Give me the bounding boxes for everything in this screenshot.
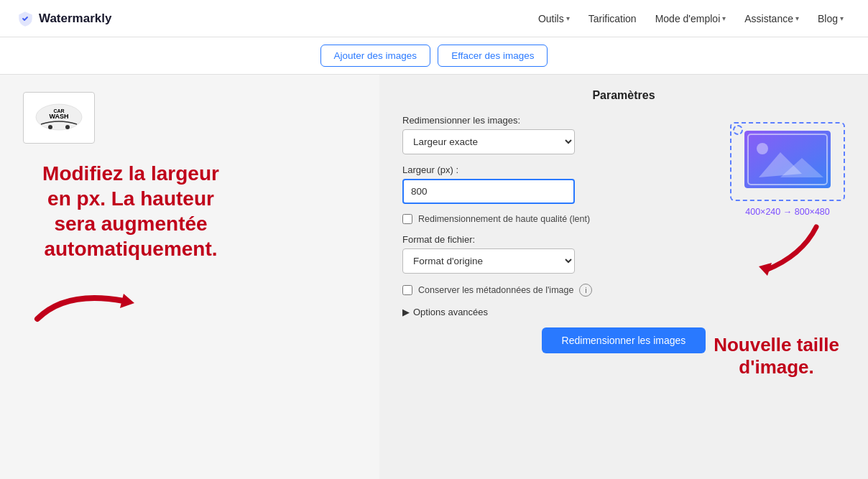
- quality-label: Redimensionnement de haute qualité (lent…: [418, 214, 590, 224]
- preview-area: 400×240 → 800×480: [730, 122, 845, 277]
- quality-checkbox[interactable]: [402, 214, 412, 224]
- format-group: Format de fichier: Format d'origine JPEG…: [402, 234, 708, 274]
- left-panel: CAR WASH Modifiez la largeur en px. La h…: [0, 75, 379, 479]
- svg-point-4: [65, 125, 70, 129]
- settings-form: Redimensionner les images: Largeur exact…: [402, 115, 708, 317]
- chevron-down-icon: ▾: [722, 14, 726, 22]
- nav-blog[interactable]: Blog ▾: [811, 9, 851, 29]
- quality-checkbox-group: Redimensionnement de haute qualité (lent…: [402, 214, 708, 224]
- nav-outils[interactable]: Outils ▾: [531, 9, 577, 29]
- car-wash-logo: CAR WASH: [30, 97, 88, 139]
- nav-assistance[interactable]: Assistance ▾: [737, 9, 806, 29]
- brand-name: Watermarkly: [39, 11, 111, 26]
- width-group: Largeur (px) :: [402, 164, 708, 204]
- clear-images-button[interactable]: Effacer des images: [438, 45, 548, 67]
- resize-mode-select[interactable]: Largeur exacte Hauteur exacte Largeur et…: [402, 129, 575, 154]
- svg-marker-5: [120, 294, 134, 308]
- preview-image: [730, 122, 845, 201]
- advanced-options[interactable]: ▶ Options avancées: [402, 307, 708, 317]
- right-panel: Paramètres Redimensionner les images: La…: [379, 75, 868, 479]
- triangle-right-icon: ▶: [402, 307, 410, 317]
- resize-mode-group: Redimensionner les images: Largeur exact…: [402, 115, 708, 154]
- promo-text: Modifiez la largeur en px. La hauteur se…: [23, 161, 239, 261]
- svg-point-3: [48, 125, 52, 129]
- settings-and-preview: Redimensionner les images: Largeur exact…: [402, 115, 845, 317]
- format-label: Format de fichier:: [402, 234, 708, 245]
- nav-tarification[interactable]: Tarification: [581, 9, 644, 29]
- nouvelle-taille-text: Nouvelle taille d'image.: [714, 334, 839, 378]
- width-label: Largeur (px) :: [402, 164, 708, 175]
- chevron-down-icon: ▾: [795, 14, 799, 22]
- nav-mode-emploi[interactable]: Mode d'emploi ▾: [648, 9, 734, 29]
- navbar: Watermarkly Outils ▾ Tarification Mode d…: [0, 0, 868, 37]
- image-thumbnail: CAR WASH: [23, 92, 95, 144]
- info-icon[interactable]: i: [579, 284, 592, 297]
- metadata-label: Conserver les métadonnées de l'image: [418, 285, 573, 295]
- svg-text:WASH: WASH: [50, 113, 69, 120]
- add-images-button[interactable]: Ajouter des images: [320, 45, 431, 67]
- toolbar: Ajouter des images Effacer des images: [0, 37, 868, 75]
- arrow-left-icon: [23, 276, 152, 326]
- brand-logo[interactable]: Watermarkly: [17, 11, 111, 27]
- chevron-down-icon: ▾: [840, 14, 844, 22]
- nav-links: Outils ▾ Tarification Mode d'emploi ▾ As…: [531, 9, 851, 29]
- chevron-down-icon: ▾: [566, 14, 570, 22]
- shield-icon: [17, 11, 33, 27]
- svg-point-9: [757, 143, 768, 154]
- arrow-right-icon: [744, 220, 831, 277]
- resize-mode-label: Redimensionner les images:: [402, 115, 708, 126]
- preview-inner: [744, 131, 831, 188]
- preview-size-text: 400×240 → 800×480: [745, 207, 829, 217]
- format-select[interactable]: Format d'origine JPEG PNG WebP: [402, 248, 575, 274]
- main-content: CAR WASH Modifiez la largeur en px. La h…: [0, 75, 868, 479]
- resize-handle-icon: [733, 125, 743, 135]
- width-input[interactable]: [402, 179, 575, 204]
- metadata-checkbox[interactable]: [402, 285, 412, 295]
- submit-button[interactable]: Redimensionner les images: [542, 327, 706, 353]
- settings-title: Paramètres: [402, 89, 845, 102]
- metadata-group: Conserver les métadonnées de l'image i: [402, 284, 708, 297]
